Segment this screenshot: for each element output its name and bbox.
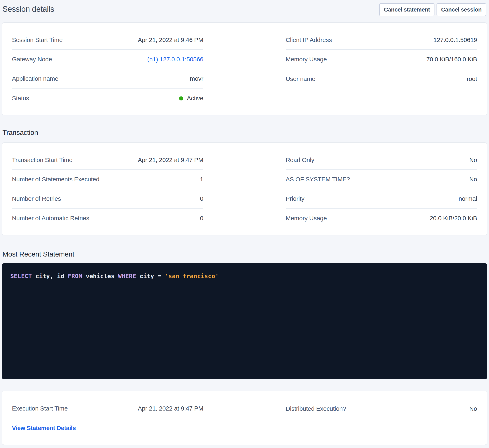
cancel-statement-button[interactable]: Cancel statement (379, 3, 434, 16)
summary-row: Session Start TimeApr 21, 2022 at 9:46 P… (12, 31, 203, 50)
row-value: Apr 21, 2022 at 9:47 PM (138, 405, 203, 412)
summary-row: AS OF SYSTEM TIME?No (286, 170, 477, 189)
row-value: No (469, 176, 477, 183)
row-label: AS OF SYSTEM TIME? (286, 176, 350, 183)
row-value: root (467, 75, 477, 82)
row-value: No (469, 157, 477, 164)
row-label: Client IP Address (286, 36, 332, 43)
summary-row: Memory Usage20.0 KiB/20.0 KiB (286, 208, 477, 228)
cancel-session-button[interactable]: Cancel session (437, 3, 486, 16)
summary-row: Prioritynormal (286, 189, 477, 208)
row-value: 0 (200, 195, 203, 202)
sql-token-id: city = (136, 273, 165, 280)
row-label: Transaction Start Time (12, 157, 73, 164)
page-header: Session details Cancel statement Cancel … (2, 3, 487, 16)
row-value: 127.0.0.1:50619 (433, 36, 477, 43)
session-card-right-column: Client IP Address127.0.0.1:50619Memory U… (286, 31, 477, 108)
transaction-card-right-column: Read OnlyNoAS OF SYSTEM TIME?NoPriorityn… (286, 150, 477, 228)
session-card-grid: Session Start TimeApr 21, 2022 at 9:46 P… (2, 23, 487, 115)
row-label: Memory Usage (286, 215, 327, 222)
summary-row: User nameroot (286, 69, 477, 89)
transaction-card-grid: Transaction Start TimeApr 21, 2022 at 9:… (2, 143, 487, 235)
summary-row: Application namemovr (12, 69, 203, 89)
session-details-page: Session details Cancel statement Cancel … (0, 0, 489, 445)
status-text: Active (187, 95, 203, 101)
row-value: Apr 21, 2022 at 9:46 PM (138, 36, 203, 43)
transaction-heading: Transaction (2, 128, 487, 136)
row-label: Distributed Execution? (286, 405, 346, 412)
row-label: Read Only (286, 157, 314, 164)
row-label: Session Start Time (12, 36, 63, 43)
session-summary-card: Session Start TimeApr 21, 2022 at 9:46 P… (2, 23, 487, 115)
sql-token-kw: FROM (68, 273, 82, 280)
sql-statement: SELECT city, id FROM vehicles WHERE city… (10, 273, 219, 280)
sql-token-id: vehicles (82, 273, 118, 280)
summary-row: Distributed Execution?No (286, 399, 477, 418)
row-value: Active (179, 95, 203, 102)
row-value: 20.0 KiB/20.0 KiB (430, 215, 477, 222)
session-card-left-column: Session Start TimeApr 21, 2022 at 9:46 P… (12, 31, 203, 108)
summary-row: View Statement Details (12, 418, 203, 438)
summary-row: Number of Retries0 (12, 189, 203, 208)
row-label: Number of Statements Executed (12, 176, 99, 183)
summary-row: Read OnlyNo (286, 150, 477, 170)
summary-row: Memory Usage70.0 KiB/160.0 KiB (286, 50, 477, 69)
summary-row: Gateway Node(n1) 127.0.0.1:50566 (12, 50, 203, 69)
execution-card-right-column: Distributed Execution?No (286, 399, 477, 438)
sql-token-kw: WHERE (118, 273, 136, 280)
row-value: 70.0 KiB/160.0 KiB (426, 56, 477, 63)
gateway-node-link[interactable]: (n1) 127.0.0.1:50566 (147, 56, 203, 63)
execution-card-left-column: Execution Start TimeApr 21, 2022 at 9:47… (12, 399, 203, 438)
row-label: Execution Start Time (12, 405, 68, 412)
row-label: Status (12, 95, 29, 102)
view-statement-details-link[interactable]: View Statement Details (12, 425, 76, 431)
sql-token-id: city, id (32, 273, 68, 280)
row-label: Number of Retries (12, 195, 61, 202)
sql-token-kw: SELECT (10, 273, 32, 280)
row-label: Priority (286, 195, 304, 202)
summary-row: Client IP Address127.0.0.1:50619 (286, 31, 477, 50)
summary-row: Execution Start TimeApr 21, 2022 at 9:47… (12, 399, 203, 418)
row-value: 1 (200, 176, 203, 183)
row-value: movr (190, 75, 203, 82)
page-title: Session details (2, 5, 54, 14)
row-label: User name (286, 75, 315, 82)
sql-statement-box: SELECT city, id FROM vehicles WHERE city… (2, 263, 487, 379)
status-active-dot-icon (179, 96, 183, 100)
most-recent-statement-heading: Most Recent Statement (2, 250, 487, 258)
row-value: normal (458, 195, 477, 202)
row-label: Gateway Node (12, 56, 52, 63)
execution-summary-card: Execution Start TimeApr 21, 2022 at 9:47… (2, 391, 487, 445)
row-label: Application name (12, 75, 58, 82)
summary-row: Number of Statements Executed1 (12, 170, 203, 189)
row-label: Number of Automatic Retries (12, 215, 89, 222)
transaction-card-left-column: Transaction Start TimeApr 21, 2022 at 9:… (12, 150, 203, 228)
summary-row: Transaction Start TimeApr 21, 2022 at 9:… (12, 150, 203, 170)
header-actions: Cancel statement Cancel session (379, 3, 486, 16)
row-value: 0 (200, 215, 203, 222)
row-label: Memory Usage (286, 56, 327, 63)
transaction-card: Transaction Start TimeApr 21, 2022 at 9:… (2, 143, 487, 235)
execution-card-grid: Execution Start TimeApr 21, 2022 at 9:47… (2, 391, 487, 445)
summary-row: StatusActive (12, 89, 203, 108)
sql-token-str: 'san francisco' (165, 273, 219, 280)
row-value: Apr 21, 2022 at 9:47 PM (138, 157, 203, 164)
row-value: No (469, 405, 477, 412)
summary-row: Number of Automatic Retries0 (12, 208, 203, 228)
